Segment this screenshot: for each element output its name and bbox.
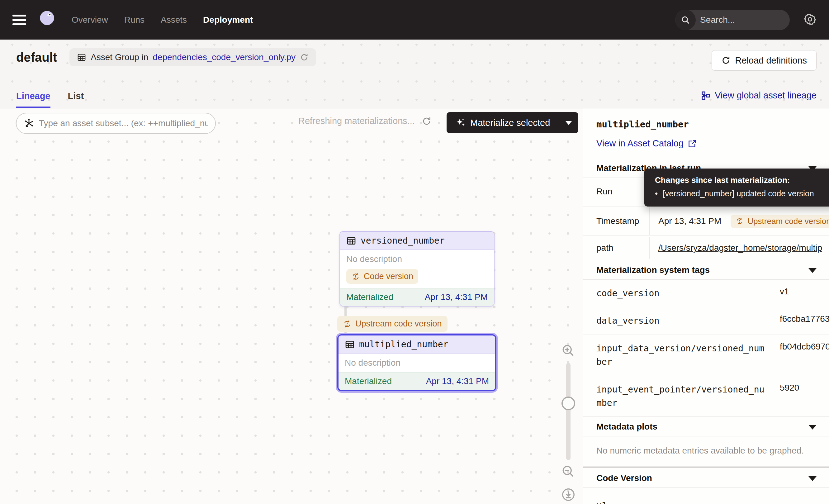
main-content: Refreshing materializations... Materiali…	[0, 108, 829, 504]
storage-path-link[interactable]: /Users/sryza/dagster_home/storage/multip	[658, 243, 822, 253]
refresh-materializations-icon[interactable]	[422, 116, 432, 126]
sparkle-icon	[455, 117, 466, 128]
materialized-timestamp: Apr 13, 4:31 PM	[426, 376, 489, 386]
chevron-down-icon	[565, 121, 572, 125]
zoom-in-icon[interactable]	[561, 344, 575, 359]
asset-group-badge[interactable]: Asset Group in dependencies_code_version…	[69, 48, 316, 66]
settings-gear-icon[interactable]	[803, 13, 817, 27]
upstream-code-version-tag[interactable]: Upstream code version	[731, 215, 829, 228]
asset-subset-filter[interactable]	[16, 113, 216, 134]
tooltip-title: Changes since last materialization:	[655, 175, 829, 185]
materialize-selected-button[interactable]: Materialize selected	[446, 112, 559, 133]
zoom-slider-track[interactable]	[566, 363, 571, 460]
table-row: data_version f6ccba177638	[583, 307, 829, 334]
asset-group-badge-text: Asset Group in	[91, 52, 148, 62]
table-row: input_event_pointer/versioned_number 592…	[583, 376, 829, 417]
refresh-icon	[721, 56, 731, 65]
code-file-link[interactable]: dependencies_code_version_only.py	[153, 52, 295, 62]
table-grid-icon	[77, 52, 86, 62]
nav-item-deployment[interactable]: Deployment	[203, 15, 253, 25]
asset-name: multiplied_number	[359, 339, 448, 350]
top-nav: Overview Runs Assets Deployment /	[0, 0, 829, 40]
table-row: code_version v1	[583, 280, 829, 307]
asset-description: No description	[345, 358, 489, 368]
materialized-status: Materialized	[346, 292, 393, 302]
reload-group-icon[interactable]	[300, 53, 309, 62]
refreshing-status: Refreshing materializations...	[298, 116, 432, 126]
code-version-changed-icon	[351, 272, 360, 281]
asset-description: No description	[346, 254, 488, 264]
table-row: input_data_version/versioned_number fb04…	[583, 335, 829, 376]
changes-tooltip: Changes since last materialization: • [v…	[644, 169, 829, 207]
metadata-plots-empty-message: No numeric metadata entries available to…	[583, 436, 829, 467]
chevron-down-icon	[808, 476, 817, 481]
code-version-value: v1	[583, 488, 829, 504]
materialized-timestamp: Apr 13, 4:31 PM	[425, 292, 488, 302]
materialized-status: Materialized	[345, 376, 392, 386]
search-input[interactable]	[696, 15, 790, 25]
dagster-logo-icon[interactable]	[36, 10, 57, 30]
hamburger-menu-icon[interactable]	[12, 15, 26, 25]
op-selection-icon	[23, 118, 35, 129]
view-tabs: Lineage List	[16, 91, 84, 108]
table-row: path /Users/sryza/dagster_home/storage/m…	[583, 236, 829, 260]
section-code-version[interactable]: Code Version	[583, 468, 829, 488]
nav-items: Overview Runs Assets Deployment	[72, 15, 253, 25]
panel-asset-title: multiplied_number	[597, 119, 817, 130]
search-box[interactable]: /	[675, 10, 790, 30]
lineage-graph-icon	[701, 91, 710, 100]
table-grid-icon	[346, 236, 356, 246]
asset-name: versioned_number	[361, 236, 445, 246]
page-header: default Asset Group in dependencies_code…	[0, 40, 829, 108]
section-materialization-system-tags[interactable]: Materialization system tags	[583, 260, 829, 280]
asset-node-multiplied-number[interactable]: multiplied_number No description Materia…	[337, 334, 496, 391]
download-image-icon[interactable]	[561, 488, 576, 503]
code-version-tag[interactable]: Code version	[346, 269, 418, 284]
timestamp-value: Apr 13, 4:31 PM	[658, 216, 721, 226]
view-in-asset-catalog-link[interactable]: View in Asset Catalog	[597, 138, 817, 149]
asset-detail-panel: multiplied_number View in Asset Catalog …	[583, 108, 829, 504]
external-link-icon	[688, 139, 697, 148]
search-icon	[675, 10, 696, 30]
materialize-split-button: Materialize selected	[446, 112, 578, 133]
upstream-code-version-tag[interactable]: Upstream code version	[337, 316, 447, 332]
table-row: Timestamp Apr 13, 4:31 PM Upstream code …	[583, 207, 829, 236]
asset-subset-input[interactable]	[39, 118, 208, 128]
zoom-out-icon[interactable]	[561, 464, 575, 479]
tab-lineage[interactable]: Lineage	[16, 91, 50, 108]
tab-list[interactable]: List	[68, 91, 84, 108]
reload-definitions-button[interactable]: Reload definitions	[712, 50, 817, 71]
nav-item-assets[interactable]: Assets	[161, 15, 187, 25]
chevron-down-icon	[808, 268, 817, 273]
view-global-asset-lineage-link[interactable]: View global asset lineage	[701, 90, 817, 101]
code-version-changed-icon	[343, 320, 352, 328]
nav-item-runs[interactable]: Runs	[124, 15, 144, 25]
asset-node-versioned-number[interactable]: versioned_number No description Code ver…	[339, 231, 495, 307]
zoom-slider-handle[interactable]	[562, 397, 575, 410]
tooltip-item: • [versioned_number] updated code versio…	[655, 189, 829, 199]
chevron-down-icon	[808, 425, 817, 430]
section-metadata-plots[interactable]: Metadata plots	[583, 417, 829, 436]
code-version-changed-icon	[735, 217, 744, 225]
page-title: default	[16, 50, 57, 65]
materialize-options-dropdown[interactable]	[559, 112, 578, 133]
table-grid-icon	[345, 339, 355, 350]
nav-item-overview[interactable]: Overview	[72, 15, 108, 25]
